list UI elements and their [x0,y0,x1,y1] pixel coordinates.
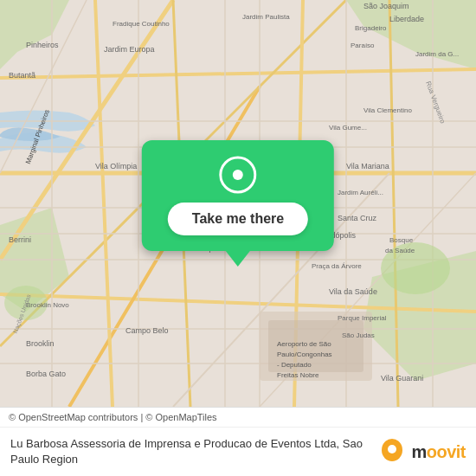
svg-text:Brooklin: Brooklin [26,339,55,348]
location-pin-icon [219,156,257,194]
svg-text:- Deputado: - Deputado [277,361,312,369]
place-name: Lu Barbosa Assessoria de Imprensa e Prod… [10,436,368,467]
attribution-text: © OpenStreetMap contributors | © OpenMap… [9,412,217,422]
svg-point-74 [233,170,243,180]
take-me-there-button[interactable]: Take me there [168,203,308,235]
svg-text:Borba Gato: Borba Gato [26,370,66,378]
card-pointer [226,251,250,267]
svg-text:Paraíso: Paraíso [351,42,375,49]
svg-text:Campo Belo: Campo Belo [125,326,169,335]
svg-text:Jardim da G...: Jardim da G... [415,50,459,58]
svg-text:da Saúde: da Saúde [385,247,415,254]
green-card: Take me there [142,140,334,251]
svg-text:Aeroporto de São: Aeroporto de São [277,340,331,348]
svg-text:Butantã: Butantã [9,71,35,80]
moovit-logo: moovit [378,438,466,466]
svg-text:Vila Mariana: Vila Mariana [346,162,389,170]
svg-text:Jardim Paulista: Jardim Paulista [242,13,290,21]
svg-text:Fradique Coutinho: Fradique Coutinho [113,20,170,28]
svg-text:Paulo/Congonhas: Paulo/Congonhas [277,351,332,358]
svg-text:Berrini: Berrini [9,235,31,244]
svg-point-76 [388,445,396,453]
svg-text:São Joaquim: São Joaquim [363,2,409,10]
svg-text:Jardim Auréli...: Jardim Auréli... [338,189,383,196]
attribution-bar: © OpenStreetMap contributors | © OpenMap… [0,407,476,427]
svg-text:São Judas: São Judas [342,331,375,339]
svg-text:Vila Clementino: Vila Clementino [363,106,412,114]
take-me-there-overlay: Take me there [142,140,334,267]
map-container: Pinheiros Fradique Coutinho Jardim Pauli… [0,0,476,407]
svg-text:Vila Olímpia: Vila Olímpia [95,162,137,170]
svg-text:Brooklin Novo: Brooklin Novo [26,301,69,309]
moovit-pin-icon [378,438,406,466]
bottom-bar: Lu Barbosa Assessoria de Imprensa e Prod… [0,427,476,476]
svg-text:Santa Cruz: Santa Cruz [338,214,377,222]
svg-text:Vila Gume...: Vila Gume... [329,124,367,132]
svg-text:Liberdade: Liberdade [389,15,424,23]
svg-text:Vila Guarani: Vila Guarani [381,374,423,383]
svg-text:Vila da Saúde: Vila da Saúde [329,287,377,296]
svg-text:Pinheiros: Pinheiros [26,41,59,49]
svg-text:Jardim Europa: Jardim Europa [104,45,155,54]
moovit-text-label: moovit [411,442,466,462]
svg-text:Bosque: Bosque [389,236,414,244]
svg-text:Brigadeiro: Brigadeiro [355,24,387,32]
svg-text:Parque Imperial: Parque Imperial [338,314,387,322]
svg-text:Freitas Nobre: Freitas Nobre [277,371,319,379]
